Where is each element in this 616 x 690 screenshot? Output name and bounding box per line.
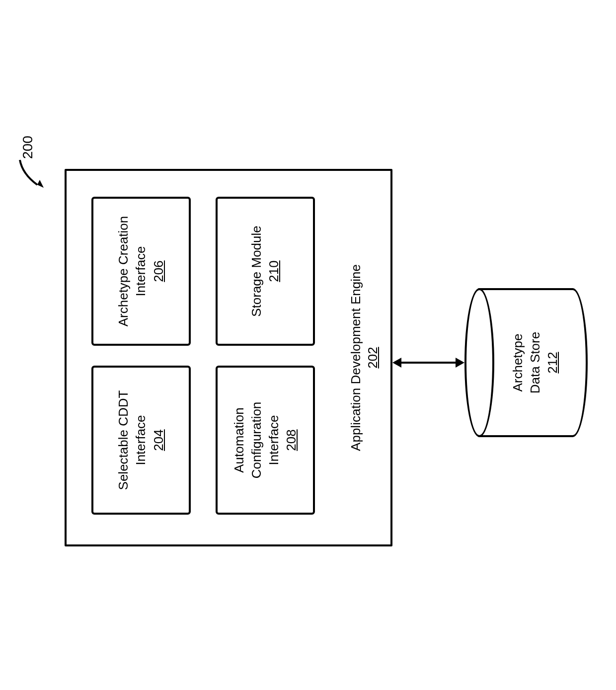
datastore-label: Archetype Data Store 212	[509, 288, 561, 437]
module-label: Archetype Creation Interface 206	[115, 216, 167, 327]
engine-label: Application Development Engine 202	[348, 171, 382, 544]
storage-module-box: Storage Module 210	[216, 197, 315, 346]
module-label: Storage Module 210	[248, 226, 283, 317]
leader-line-icon	[15, 159, 45, 189]
module-label: Automation Configuration Interface 208	[231, 402, 300, 479]
system-reference-number: 200	[20, 136, 36, 159]
diagram-canvas: 200 Selectable CDDT Interface 204 Archet…	[0, 0, 616, 616]
application-development-engine-box: Selectable CDDT Interface 204 Archetype …	[65, 169, 392, 546]
bidirectional-arrow-icon	[392, 358, 464, 368]
archetype-creation-interface-box: Archetype Creation Interface 206	[91, 197, 191, 346]
module-label: Selectable CDDT Interface 204	[115, 390, 167, 490]
automation-configuration-interface-box: Automation Configuration Interface 208	[216, 366, 315, 515]
selectable-cddt-interface-box: Selectable CDDT Interface 204	[91, 366, 191, 515]
archetype-data-store-cylinder: Archetype Data Store 212	[464, 288, 589, 437]
